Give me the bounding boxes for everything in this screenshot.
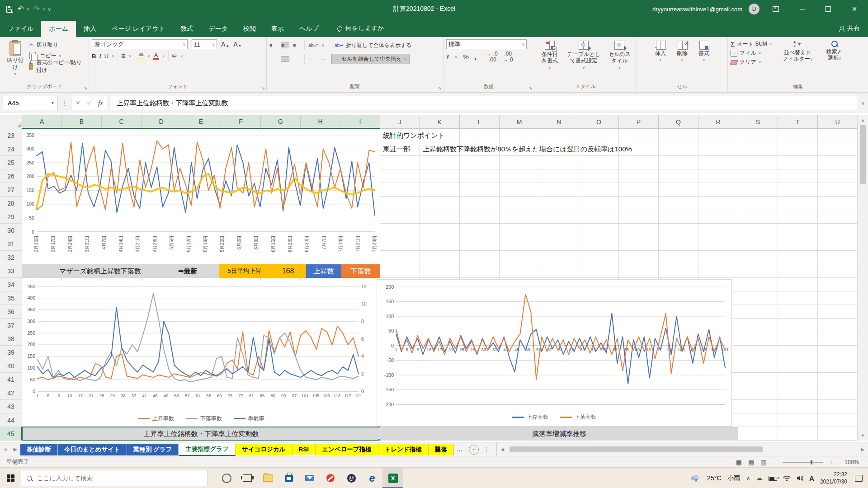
task-view-button[interactable]: [237, 468, 258, 488]
top-align-button[interactable]: ≡: [269, 43, 277, 48]
row-header-27[interactable]: 27: [0, 183, 22, 197]
start-button[interactable]: [0, 474, 21, 482]
cortana-button[interactable]: [216, 468, 237, 488]
italic-button[interactable]: I: [99, 52, 101, 60]
column-header-E[interactable]: E: [181, 115, 221, 129]
sheet-tab-1[interactable]: 今日のまとめサイト: [58, 444, 127, 455]
horizontal-scrollbar[interactable]: ◀ ▶: [496, 442, 868, 456]
normal-view-icon[interactable]: ▦: [736, 459, 742, 466]
row-header-40[interactable]: 40: [0, 359, 22, 373]
ribbon-tab-file[interactable]: ファイル: [0, 21, 41, 37]
row-header-42[interactable]: 42: [0, 386, 22, 400]
insert-cells-button[interactable]: ← 挿入∨: [652, 39, 669, 64]
name-box-dropdown-icon[interactable]: ▼: [51, 101, 55, 105]
paste-button[interactable]: 貼り付け ∨: [3, 39, 28, 78]
merge-center-button[interactable]: ↔セルを結合して中央揃え∨: [331, 54, 410, 64]
zoom-out-icon[interactable]: −: [773, 459, 776, 465]
zoom-percent[interactable]: 100%: [839, 459, 859, 465]
ribbon-tab-4[interactable]: 数式: [173, 21, 201, 37]
column-header-O[interactable]: O: [579, 115, 619, 129]
column-header-F[interactable]: F: [221, 115, 261, 129]
row-header-30[interactable]: 30: [0, 224, 22, 237]
row33-band[interactable]: マザーズ銘柄上昇数下落数 ➡最新 5日平均上昇 168 上昇数 下落数: [22, 264, 380, 278]
row-header-41[interactable]: 41: [0, 373, 22, 386]
clock[interactable]: 22:32 2021/07/30: [820, 471, 847, 485]
bold-button[interactable]: B: [92, 53, 96, 60]
zoom-slider-thumb[interactable]: [811, 460, 812, 465]
row-header-38[interactable]: 38: [0, 332, 22, 346]
shrink-font-button[interactable]: A▼: [233, 41, 241, 48]
ribbon-tab-6[interactable]: 校閲: [236, 21, 264, 37]
number-format-select[interactable]: 標準∨: [446, 39, 527, 49]
edge-button[interactable]: e: [362, 468, 382, 488]
format-cells-button[interactable]: 書式∨: [695, 39, 712, 64]
at-app-button[interactable]: @: [341, 468, 362, 488]
row-header-23[interactable]: 23: [0, 129, 22, 142]
cell-j24[interactable]: 東証一部: [383, 142, 410, 156]
fill-button[interactable]: ↓フィル∨: [731, 49, 772, 57]
sheet-tab-3[interactable]: 主要指標グラフ: [179, 443, 235, 456]
format-painter-button[interactable]: 書式のコピー/貼り付け: [29, 61, 86, 72]
undo-dropdown-icon[interactable]: ∨: [26, 7, 29, 11]
vertical-scroll-thumb[interactable]: [860, 125, 866, 184]
column-header-M[interactable]: M: [500, 115, 539, 129]
row-header-44[interactable]: 44: [0, 413, 22, 427]
row-header-33[interactable]: 33: [0, 264, 22, 278]
font-name-select[interactable]: 游ゴシック∨: [92, 39, 188, 49]
minimize-button[interactable]: [792, 0, 812, 18]
column-header-A[interactable]: A: [22, 115, 62, 129]
align-left-button[interactable]: ≡: [269, 56, 277, 61]
cell-styles-button[interactable]: セルのスタイル∨: [605, 39, 634, 71]
battery-icon[interactable]: [769, 476, 777, 481]
selected-merged-cell-a45[interactable]: 上昇率上位銘柄数・下降率上位変動数: [22, 427, 380, 441]
sheet-nav-prev-icon[interactable]: ◀: [0, 446, 10, 452]
borders-button[interactable]: ⊞: [121, 53, 126, 59]
horizontal-scroll-thumb[interactable]: [509, 446, 763, 452]
column-header-L[interactable]: L: [460, 115, 500, 129]
sheet-tab-5[interactable]: RSI: [292, 444, 316, 455]
cancel-icon[interactable]: ×: [76, 99, 80, 107]
sheet-tab-4[interactable]: サイコロジカル: [236, 444, 292, 455]
ribbon-tab-1[interactable]: ホーム: [41, 21, 76, 37]
maximize-button[interactable]: [818, 0, 838, 18]
column-header-N[interactable]: N: [539, 115, 579, 129]
undo-icon[interactable]: ↶: [18, 5, 24, 13]
speaker-icon[interactable]: [797, 475, 803, 481]
sheet-tab-0[interactable]: 株価診断: [20, 444, 58, 455]
clear-button[interactable]: クリア∨: [731, 58, 772, 66]
row-header-36[interactable]: 36: [0, 305, 22, 319]
expand-formula-bar-icon[interactable]: ∨: [858, 101, 868, 106]
onedrive-icon[interactable]: ☁: [756, 474, 763, 482]
taskbar-search[interactable]: [21, 470, 208, 486]
ribbon-tab-3[interactable]: ページ レイアウト: [104, 21, 173, 37]
tray-expand-icon[interactable]: ∧: [746, 475, 750, 481]
align-right-button[interactable]: ≡: [293, 56, 301, 61]
decrease-decimal-button[interactable]: .00→.0: [503, 51, 513, 62]
scroll-down-icon[interactable]: ▼: [861, 433, 865, 438]
account-email[interactable]: dryyourtearswithlove1@gmail.com: [652, 6, 742, 13]
clipboard-dialog-launcher-icon[interactable]: ⇘: [84, 86, 87, 90]
column-header-Q[interactable]: Q: [659, 115, 698, 129]
find-select-button[interactable]: 検索と選択∨: [823, 39, 846, 63]
vertical-scrollbar[interactable]: ▲ ▼: [857, 115, 868, 441]
row-header-45[interactable]: 45: [0, 427, 22, 441]
increase-indent-button[interactable]: →≡: [320, 56, 327, 61]
excel-taskbar-button[interactable]: X: [382, 468, 403, 488]
column-header-J[interactable]: J: [380, 115, 420, 129]
format-as-table-button[interactable]: テーブルとして書式設定∨: [563, 39, 604, 71]
row-header-29[interactable]: 29: [0, 210, 22, 224]
row-header-43[interactable]: 43: [0, 400, 22, 413]
alignment-dialog-launcher-icon[interactable]: ⇘: [438, 86, 442, 90]
percent-format-button[interactable]: %: [463, 53, 469, 61]
close-button[interactable]: ✕: [844, 0, 864, 18]
row-header-31[interactable]: 31: [0, 237, 22, 251]
hscroll-left-icon[interactable]: ◀: [497, 447, 508, 452]
row-header-35[interactable]: 35: [0, 291, 22, 305]
comma-format-button[interactable]: ,: [474, 53, 476, 61]
zoom-in-icon[interactable]: +: [830, 459, 833, 465]
insert-function-icon[interactable]: fx: [98, 99, 103, 107]
middle-align-button[interactable]: ≡: [281, 42, 289, 48]
row-header-24[interactable]: 24: [0, 142, 22, 156]
share-button[interactable]: 共有: [839, 24, 868, 37]
ribbon-tab-2[interactable]: 挿入: [76, 21, 104, 37]
